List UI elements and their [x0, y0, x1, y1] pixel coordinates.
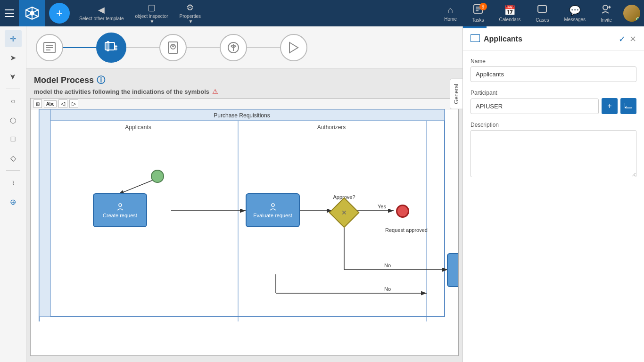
- bpmn-diagram: ⊞ Abc ◁ ▷: [30, 98, 459, 356]
- gateway-approve[interactable]: ✕: [329, 197, 359, 228]
- nav-cases[interactable]: Cases: [528, 0, 556, 26]
- svg-rect-1: [5, 13, 14, 14]
- svg-rect-36: [39, 109, 445, 121]
- circle-tool-2[interactable]: ◯: [5, 112, 22, 129]
- nav-right: ⌂ Home 9 Tasks 📅 Calendars: [437, 0, 644, 26]
- line-tool[interactable]: ⌇: [5, 174, 22, 191]
- info-icon[interactable]: ⓘ: [97, 74, 105, 86]
- diamond-tool[interactable]: ◇: [5, 149, 22, 166]
- arrow-down-tool[interactable]: ➤: [5, 68, 22, 85]
- svg-text:No: No: [384, 263, 391, 268]
- bpmn-mini-toolbar: ⊞ Abc ◁ ▷: [31, 99, 458, 109]
- app-logo: [19, 0, 45, 26]
- participant-add-button[interactable]: +: [602, 98, 618, 114]
- nav-calendars[interactable]: 📅 Calendars: [492, 0, 528, 26]
- messages-icon: 💬: [569, 5, 581, 16]
- svg-point-55: [119, 204, 122, 206]
- step1-circle[interactable]: [36, 34, 63, 61]
- svg-text:Yes: Yes: [378, 204, 386, 209]
- description-textarea[interactable]: [471, 130, 636, 177]
- process-title: Model Process ⓘ: [34, 74, 455, 86]
- name-input[interactable]: [471, 66, 636, 82]
- main-layout: ✛ ➤ ➤ ○ ◯ □ ◇ ⌇ ⊕: [0, 26, 644, 362]
- process-subtitle: model the activities following the indic…: [34, 88, 455, 95]
- svg-text:Purchase Requisitions: Purchase Requisitions: [214, 112, 270, 119]
- name-label: Name: [471, 58, 636, 65]
- task-evaluate-request[interactable]: Evaluate request: [246, 193, 300, 227]
- circle-tool-1[interactable]: ○: [5, 93, 22, 110]
- participant-row: +: [471, 98, 636, 114]
- start-event[interactable]: [151, 170, 164, 183]
- panel-header: Applicants ✓ ✕: [463, 28, 644, 50]
- step4-circle[interactable]: [220, 34, 247, 61]
- svg-rect-2: [5, 16, 14, 17]
- sidebar-separator-1: [6, 89, 20, 89]
- right-panel: Applicants ✓ ✕ General Name Participant …: [462, 26, 644, 362]
- nav-tools: ◀ Select other template ▢ object inspect…: [74, 0, 437, 26]
- end-event-approved[interactable]: [396, 205, 409, 218]
- bpmn-tb-right[interactable]: ▷: [69, 99, 78, 108]
- step2-circle[interactable]: [96, 33, 126, 63]
- participant-message-button[interactable]: [620, 98, 636, 114]
- rect-tool[interactable]: □: [5, 131, 22, 148]
- panel-confirm-button[interactable]: ✓: [619, 34, 626, 44]
- workflow-step-3[interactable]: [159, 34, 187, 61]
- bpmn-arrows-svg: Purchase Requisitions Applicants Authori…: [31, 109, 458, 354]
- nav-messages[interactable]: 💬 Messages: [557, 0, 594, 26]
- add-button[interactable]: +: [49, 3, 70, 24]
- description-label: Description: [471, 122, 636, 128]
- svg-rect-14: [538, 6, 546, 12]
- general-tab[interactable]: General: [450, 79, 463, 109]
- workflow-step-1[interactable]: [36, 34, 63, 61]
- workflow-step-4[interactable]: [220, 34, 247, 61]
- step5-circle[interactable]: [280, 34, 307, 61]
- left-sidebar: ✛ ➤ ➤ ○ ◯ □ ◇ ⌇ ⊕: [0, 26, 26, 362]
- step-connector-3: [187, 47, 220, 48]
- panel-body: Name Participant +: [463, 50, 644, 194]
- nav-home[interactable]: ⌂ Home: [437, 0, 464, 26]
- svg-rect-0: [5, 9, 14, 10]
- calendar-icon: 📅: [504, 5, 516, 16]
- invite-icon: [601, 4, 611, 16]
- svg-text:Applicants: Applicants: [125, 124, 151, 131]
- hamburger-menu[interactable]: [0, 0, 19, 26]
- workflow-step-2[interactable]: [96, 33, 126, 63]
- user-avatar[interactable]: [623, 5, 640, 22]
- back-icon: ◀: [98, 5, 105, 15]
- move-tool[interactable]: ✛: [5, 30, 22, 47]
- step3-circle[interactable]: [159, 34, 187, 61]
- bpmn-tb-left[interactable]: ◁: [58, 99, 67, 108]
- properties-tool[interactable]: ⚙ Properties ▼: [174, 0, 207, 26]
- step-connector-4: [247, 47, 280, 48]
- nav-tasks[interactable]: 9 Tasks: [464, 0, 492, 26]
- participant-field: Participant +: [471, 90, 636, 114]
- select-template-tool[interactable]: ◀ Select other template: [74, 0, 130, 26]
- workflow-step-5[interactable]: [280, 34, 307, 61]
- bpmn-tb-abc[interactable]: Abc: [44, 100, 57, 107]
- canvas-area: Model Process ⓘ model the activities fol…: [26, 26, 462, 362]
- arrow-right-tool[interactable]: ➤: [5, 49, 22, 66]
- nav-invite[interactable]: Invite: [593, 0, 619, 26]
- panel-body-wrapper: General Name Participant +: [463, 50, 644, 194]
- add-shape-tool[interactable]: ⊕: [5, 193, 22, 210]
- name-field: Name: [471, 58, 636, 82]
- cases-icon: [537, 4, 547, 16]
- svg-rect-37: [39, 109, 50, 317]
- svg-line-8: [34, 10, 38, 12]
- svg-rect-58: [471, 34, 480, 42]
- task-create-request[interactable]: Create request: [93, 193, 147, 227]
- warning-icon: ⚠: [212, 88, 218, 95]
- svg-marker-31: [289, 42, 298, 53]
- svg-point-15: [603, 5, 608, 10]
- bpmn-tb-group[interactable]: ⊞: [33, 99, 42, 108]
- participant-input[interactable]: [471, 99, 599, 114]
- svg-rect-27: [168, 42, 178, 53]
- online-indicator: [636, 17, 640, 21]
- panel-close-button[interactable]: ✕: [629, 34, 636, 44]
- svg-point-3: [30, 11, 34, 16]
- task-correct[interactable]: Cor...: [447, 253, 458, 287]
- svg-text:No: No: [384, 286, 391, 292]
- object-inspector-icon: ▢: [148, 2, 156, 13]
- object-inspector-tool[interactable]: ▢ object inspector ▼: [130, 0, 174, 26]
- panel-icon: [471, 34, 480, 44]
